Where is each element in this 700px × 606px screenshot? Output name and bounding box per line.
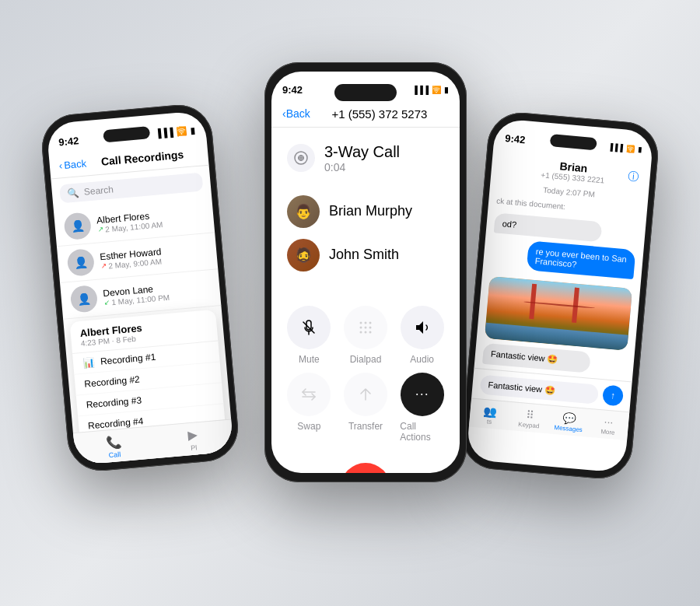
phone-number-display: +1 (555) 372 5273 [310,107,449,121]
phone-center: 9:42 ▐▐▐ 🛜 ▮ ‹ Back +1 (555) 372 5273 [264,62,467,482]
svg-point-6 [359,321,362,324]
info-button-right[interactable]: ⓘ [628,169,640,184]
dialpad-label: Dialpad [350,354,382,365]
svg-point-11 [369,326,371,328]
audio-circle [401,306,444,349]
chevron-left-icon: ‹ [58,159,63,170]
messages-tab-icon: 💬 [562,411,576,424]
caller-row-john: 🧔 John Smith [287,239,444,271]
status-icons-right: ▐▐▐ 🛜 ▮ [607,142,642,153]
call-actions-label: Call Actions [400,421,444,443]
svg-point-7 [364,321,366,324]
time-left: 9:42 [58,134,79,147]
message-input-field[interactable]: Fantastic view 🤩 [480,374,600,404]
call-actions-circle: ··· [401,373,444,416]
swap-button[interactable]: Swap [287,373,331,443]
keypad-tab-icon: ⠿ [525,408,534,421]
phone-center-screen: 9:42 ▐▐▐ 🛜 ▮ ‹ Back +1 (555) 372 5273 [271,72,460,473]
call-type-label: 3-Way Call [324,143,400,161]
call-type-row: 3-Way Call 0:04 [287,143,444,173]
contact-list-left: 👤 Albert Flores ↗2 May, 11:00 AM 👤 Esthe… [54,196,222,319]
back-button-left[interactable]: ‹ Back [58,156,86,170]
caller-name-john: John Smith [329,247,399,263]
status-icons-center: ▐▐▐ 🛜 ▮ [412,86,449,94]
avatar-john: 🧔 [287,239,320,271]
send-button[interactable]: ↑ [602,384,624,406]
wifi-icon-left: 🛜 [176,125,187,136]
chat-area: ck at this document: od? re you ever bee… [474,195,647,381]
battery-icon-left: ▮ [190,124,195,135]
transfer-label: Transfer [348,421,383,432]
phone-tab-icon: 📞 [105,433,122,450]
tab-play[interactable]: ▶ Pl [152,424,233,455]
call-controls-row1: Mute [271,290,460,373]
caller-row-brian: 👨 Brian Murphy [287,195,444,228]
search-placeholder-left: Search [83,184,114,197]
dialpad-button[interactable]: Dialpad [344,306,388,365]
svg-point-9 [359,326,362,328]
avatar-albert: 👤 [63,212,92,240]
svg-point-10 [364,326,366,328]
arrow-out-icon: ↗ [100,261,107,270]
progress-fill [127,462,145,464]
phone-left-screen: 9:42 ▐▐▐ 🛜 ▮ ‹ Back Call Recordings 🔍 Se… [46,110,234,464]
phone-right: 9:42 ▐▐▐ 🛜 ▮ Brian +1 (555) 333 2221 ⓘ T… [459,110,660,481]
header-center-right: Brian +1 (555) 333 2221 [541,158,606,184]
audio-button[interactable]: Audio [400,306,444,365]
arrow-in-icon: ↗ [97,225,104,233]
play-tab-icon: ▶ [187,427,198,443]
mute-label: Mute [299,354,320,365]
center-header: ‹ Back +1 (555) 372 5273 [271,104,460,128]
tab-more[interactable]: ··· More [588,413,629,436]
arrow-in-icon: ↙ [103,298,110,307]
chat-bubble-received-2: Fantastic view 🤩 [482,342,591,373]
waveform-icon: 📊 [82,356,95,368]
phone-left: 9:42 ▐▐▐ 🛜 ▮ ‹ Back Call Recordings 🔍 Se… [39,102,240,473]
contact-info-devon: Devon Lane ↙1 May, 11:00 PM [103,282,170,307]
phones-container: 9:42 ▐▐▐ 🛜 ▮ ‹ Back Call Recordings 🔍 Se… [16,16,684,591]
time-right: 9:42 [505,131,526,145]
contact-info-albert: Albert Flores ↗2 May, 11:00 AM [96,208,163,233]
battery-icon-center: ▮ [444,86,449,94]
dialpad-circle [344,306,387,349]
signal-icon-center: ▐▐▐ [412,86,429,94]
signal-icon-left: ▐▐▐ [155,127,173,138]
call-actions-button[interactable]: ··· Call Actions [400,373,444,443]
tab-keypad[interactable]: ⠿ Keypad [509,406,550,429]
transfer-button[interactable]: Transfer [344,373,388,443]
chat-image-golden-gate [485,276,632,351]
tab-messages[interactable]: 💬 Messages [548,410,590,433]
call-duration: 0:04 [324,161,400,173]
mute-button[interactable]: Mute [287,306,331,365]
avatar-devon: 👤 [70,284,99,313]
wifi-icon-center: 🛜 [432,86,441,94]
avatar-brian: 👨 [287,195,320,228]
contacts-tab-icon: 👥 [483,405,497,418]
search-icon-left: 🔍 [67,187,79,198]
tab-contacts[interactable]: 👥 ts [469,403,510,426]
caller-name-brian: Brian Murphy [329,203,412,219]
end-call-button[interactable] [341,463,390,473]
battery-icon-right: ▮ [637,145,642,152]
three-way-call-icon [287,144,315,172]
audio-label: Audio [410,354,434,365]
chat-bubble-sent-1: re you ever been to San Francisco? [527,240,636,279]
call-type-section: 3-Way Call 0:04 [271,128,460,187]
svg-point-13 [364,331,366,333]
time-center: 9:42 [282,84,303,96]
swap-label: Swap [297,421,320,432]
signal-icon-right: ▐▐▐ [607,142,623,152]
mute-circle [287,306,331,349]
transfer-circle [344,373,387,416]
svg-point-8 [369,321,371,324]
progress-thumb [143,459,152,465]
back-button-center[interactable]: ‹ Back [282,107,310,120]
status-icons-left: ▐▐▐ 🛜 ▮ [155,124,195,138]
tab-call[interactable]: 📞 Call [74,431,155,462]
phone-right-screen: 9:42 ▐▐▐ 🛜 ▮ Brian +1 (555) 333 2221 ⓘ T… [466,117,654,472]
swap-circle [287,373,331,416]
end-call-section [271,455,460,473]
avatar-esther: 👤 [66,248,95,277]
svg-point-14 [369,331,371,333]
dynamic-island-center [334,84,397,101]
